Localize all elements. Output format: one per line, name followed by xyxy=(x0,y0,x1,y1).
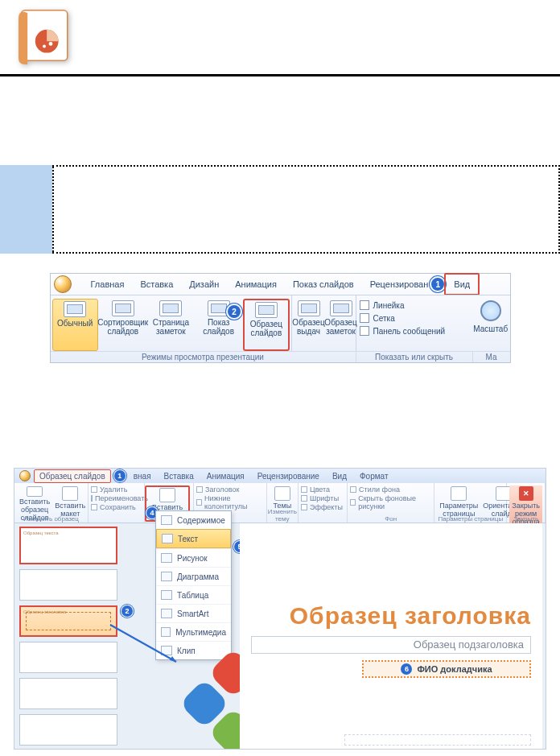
master-icon xyxy=(255,302,278,318)
magnifier-icon[interactable] xyxy=(480,300,501,321)
tab-animation[interactable]: Анимация xyxy=(202,470,249,482)
checkbox-icon xyxy=(360,313,369,323)
master-ribbon-body: Вставить образец слайдов Вставить макет … xyxy=(14,483,546,523)
btn-slide-master[interactable]: Образец слайдов xyxy=(243,299,289,351)
tab-home[interactable]: Главная xyxy=(83,275,133,294)
slideshow-icon xyxy=(208,300,230,316)
tab-view[interactable]: Вид xyxy=(327,470,352,482)
tab-format[interactable]: Формат xyxy=(355,470,393,482)
btn-normal-view[interactable]: Обычный xyxy=(52,299,98,351)
thumbnail-layout[interactable] xyxy=(19,678,117,709)
group-title-views: Режимы просмотра презентации xyxy=(51,352,356,362)
check-msgpanel[interactable]: Панель сообщений xyxy=(360,326,469,336)
powerpoint-app-icon xyxy=(8,6,80,71)
slide-thumbnail-panel: Образец текста Образец заголовка xyxy=(18,523,119,749)
callout-1: 1 xyxy=(114,470,126,481)
office-button-icon[interactable] xyxy=(54,275,72,293)
opt-fonts[interactable]: Шрифты xyxy=(301,494,344,502)
group-close: ✕Закрыть режим образца Закрыть xyxy=(507,483,546,523)
dropdown-item-text[interactable]: Текст xyxy=(156,529,231,548)
opt-rename[interactable]: Переименовать xyxy=(91,494,142,502)
checkbox-icon xyxy=(350,499,356,506)
check-hide-bg[interactable]: Скрыть фоновые рисунки xyxy=(350,494,431,510)
tab-insert[interactable]: Вставка xyxy=(132,275,181,294)
note-block xyxy=(0,165,560,254)
tab-design[interactable]: Дизайн xyxy=(181,275,227,294)
btn-handout-master[interactable]: Образец выдач xyxy=(294,299,324,351)
opt-delete[interactable]: Удалить xyxy=(91,485,142,494)
office-button-icon[interactable] xyxy=(19,470,31,481)
btn-notes-page[interactable]: Страница заметок xyxy=(148,299,194,351)
handout-icon xyxy=(298,300,320,316)
table-icon xyxy=(161,590,172,600)
tab-insert[interactable]: Вставка xyxy=(159,470,199,482)
group-themes: Темы Изменить тему xyxy=(267,483,299,523)
thumbnail-master[interactable]: Образец текста xyxy=(19,527,117,564)
close-icon: ✕ xyxy=(519,486,533,501)
tab-view[interactable]: Вид xyxy=(444,273,480,295)
group-title-theme: Изменить тему xyxy=(267,508,298,523)
group-theme-options: Цвета Шрифты Эффекты xyxy=(299,483,348,523)
svg-point-3 xyxy=(43,45,46,48)
check-grid[interactable]: Сетка xyxy=(360,313,469,323)
colors-icon xyxy=(301,486,307,493)
notes-icon xyxy=(159,300,182,316)
tab-home-partial[interactable]: вная xyxy=(129,470,156,482)
tab-slideshow[interactable]: Показ слайдов xyxy=(285,275,362,294)
opt-colors[interactable]: Цвета xyxy=(301,485,344,494)
callout-1: 1 xyxy=(431,278,444,291)
thumbnail-layout[interactable] xyxy=(19,714,117,746)
check-footer[interactable]: Нижние колонтитулы xyxy=(196,494,264,510)
check-ruler[interactable]: Линейка xyxy=(360,300,469,310)
slide-icon xyxy=(62,486,78,501)
thumbnail-layout-selected[interactable]: Образец заголовка xyxy=(19,605,117,637)
tab-slide-master[interactable]: Образец слайдов xyxy=(34,469,111,483)
delete-icon xyxy=(91,486,97,493)
slide-footer-placeholder[interactable] xyxy=(344,734,531,746)
page-header xyxy=(0,0,560,76)
sorter-icon xyxy=(112,300,134,316)
tab-review[interactable]: Рецензирован xyxy=(362,275,437,294)
paint-icon xyxy=(350,486,356,493)
slide-edit-area: Образец заголовка Образец подзаголовка 6… xyxy=(240,523,542,749)
page-icon xyxy=(451,486,467,501)
dropdown-item-table[interactable]: Таблица xyxy=(156,585,231,604)
thumbnail-layout[interactable] xyxy=(19,569,117,601)
opt-effects[interactable]: Эффекты xyxy=(301,503,344,511)
dropdown-item-content[interactable]: Содержимое xyxy=(156,511,231,529)
dropdown-item-smartart[interactable]: SmartArt xyxy=(156,604,231,622)
group-page-setup: Параметры страницы Ориентация слайда Пар… xyxy=(434,483,507,523)
group-title-zoom: Ма xyxy=(473,352,510,362)
btn-notes-master[interactable]: Образец заметок xyxy=(326,299,356,351)
slide-presenter-placeholder[interactable]: 6 ФИО докладчика xyxy=(362,660,531,678)
slide-subtitle-placeholder[interactable]: Образец подзаголовка xyxy=(251,636,531,654)
opt-save[interactable]: Сохранить xyxy=(91,503,142,511)
zoom-label: Масштаб xyxy=(473,324,508,333)
text-icon xyxy=(162,534,173,543)
tab-animation[interactable]: Анимация xyxy=(227,275,285,294)
check-title[interactable]: Заголовок xyxy=(196,485,264,494)
slide-master-screenshot: Образец слайдов 1 вная Вставка Анимация … xyxy=(14,468,546,750)
checkbox-icon xyxy=(196,499,202,506)
slide-icon xyxy=(27,486,43,497)
btn-themes[interactable]: Темы xyxy=(270,485,295,510)
smartart-icon xyxy=(161,609,172,618)
picture-icon xyxy=(161,553,172,563)
opt-bg-styles[interactable]: Стили фона xyxy=(350,485,431,494)
btn-slide-sorter[interactable]: Сортировщик слайдов xyxy=(100,299,146,351)
group-title-close: Закрыть xyxy=(507,515,545,523)
master-ribbon-tabs: Образец слайдов 1 вная Вставка Анимация … xyxy=(14,469,546,483)
fonts-icon xyxy=(301,495,307,502)
callout-6: 6 xyxy=(401,663,412,675)
dropdown-item-picture[interactable]: Рисунок xyxy=(156,548,231,567)
thumbnail-layout[interactable] xyxy=(19,642,117,673)
note-dotted-box xyxy=(52,165,560,254)
group-title-showhide: Показать или скрыть xyxy=(356,352,473,362)
tab-review[interactable]: Рецензирование xyxy=(253,470,324,482)
ribbon-view-screenshot: Главная Вставка Дизайн Анимация Показ сл… xyxy=(50,273,511,363)
slide-title-placeholder[interactable]: Образец заголовка xyxy=(290,602,531,630)
group-edit-master: Вставить образец слайдов Вставить макет … xyxy=(14,483,89,523)
btn-slideshow[interactable]: Показ слайдов 2 xyxy=(196,299,241,351)
group-title-edit: Изменить образец xyxy=(14,515,88,523)
dropdown-item-chart[interactable]: Диаграмма xyxy=(156,567,231,585)
